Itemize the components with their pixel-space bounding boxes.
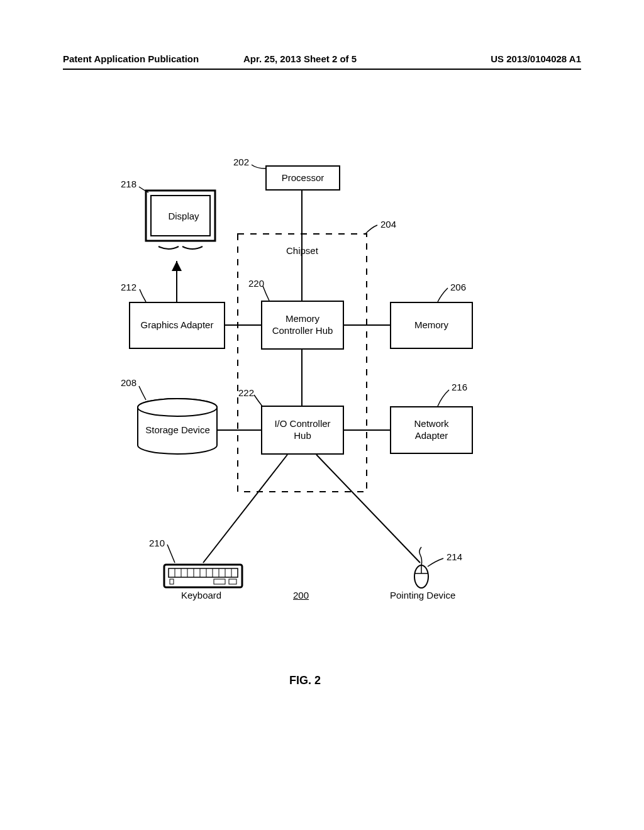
figure-label: FIG. 2 xyxy=(289,674,321,688)
ref-208: 208 xyxy=(121,377,136,389)
ref-206: 206 xyxy=(450,282,466,293)
memory-label: Memory xyxy=(414,319,448,331)
ref-220: 220 xyxy=(248,278,264,289)
keyboard-label: Keyboard xyxy=(181,590,221,601)
memory-hub-label: Memory Controller Hub xyxy=(272,313,333,337)
io-hub-label: I/O Controller Hub xyxy=(274,418,330,442)
display-label: Display xyxy=(165,211,203,222)
ref-214: 214 xyxy=(447,551,462,563)
memory-hub-block: Memory Controller Hub xyxy=(261,301,344,350)
svg-rect-26 xyxy=(170,579,174,584)
ref-210: 210 xyxy=(149,538,165,549)
processor-block: Processor xyxy=(265,165,340,191)
header-left: Patent Application Publication xyxy=(63,53,199,64)
svg-rect-14 xyxy=(164,565,242,587)
svg-point-10 xyxy=(138,399,217,416)
graphics-adapter-label: Graphics Adapter xyxy=(141,319,214,331)
ref-204: 204 xyxy=(380,219,396,230)
ref-212: 212 xyxy=(121,282,136,293)
network-adapter-label: Network Adapter xyxy=(414,418,448,442)
svg-line-8 xyxy=(203,455,287,563)
svg-point-11 xyxy=(138,399,217,416)
memory-block: Memory xyxy=(390,302,473,349)
header-center: Apr. 25, 2013 Sheet 2 of 5 xyxy=(243,53,407,64)
header-right: US 2013/0104028 A1 xyxy=(491,53,581,64)
svg-rect-27 xyxy=(214,579,225,584)
io-hub-block: I/O Controller Hub xyxy=(261,406,344,455)
ref-202: 202 xyxy=(233,157,249,168)
network-adapter-block: Network Adapter xyxy=(390,406,473,454)
page-root: Patent Application Publication Apr. 25, … xyxy=(0,0,644,830)
processor-label: Processor xyxy=(282,172,325,184)
figure-number: 200 xyxy=(293,590,309,601)
svg-line-9 xyxy=(316,455,420,563)
storage-device-label: Storage Device xyxy=(145,424,211,436)
svg-rect-15 xyxy=(169,568,238,577)
pointing-device-label: Pointing Device xyxy=(390,590,455,601)
page-header: Patent Application Publication Apr. 25, … xyxy=(63,53,581,70)
graphics-adapter-block: Graphics Adapter xyxy=(129,302,225,349)
ref-222: 222 xyxy=(238,387,254,399)
svg-point-29 xyxy=(414,565,428,588)
svg-rect-28 xyxy=(229,579,236,584)
ref-218: 218 xyxy=(121,179,136,190)
ref-216: 216 xyxy=(452,382,467,393)
chipset-label: Chipset xyxy=(286,245,318,257)
